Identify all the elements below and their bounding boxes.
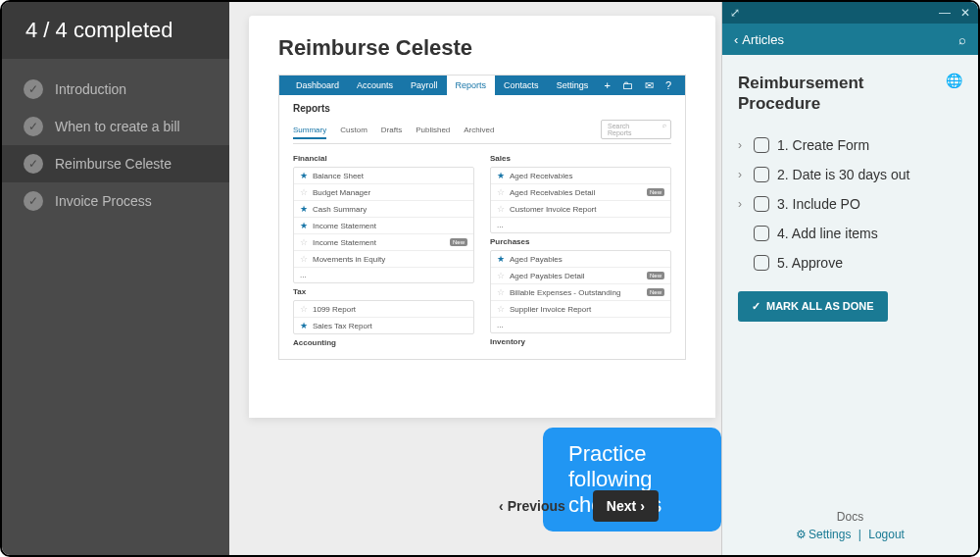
close-icon[interactable]: ✕: [960, 6, 970, 20]
embed-nav-dashboard[interactable]: Dashboard: [287, 76, 348, 95]
chevron-right-icon: ›: [738, 138, 746, 152]
embed-nav-payroll[interactable]: Payroll: [402, 76, 447, 95]
lesson-title: Reimburse Celeste: [278, 35, 686, 61]
purchases-list: ★Aged Payables ☆Aged Payables DetailNew …: [490, 250, 671, 333]
chevron-right-icon: ›: [738, 197, 746, 211]
checklist-item[interactable]: › 2. Date is 30 days out: [738, 160, 962, 189]
embed-nav-settings[interactable]: Settings: [548, 76, 598, 95]
star-icon: ☆: [300, 187, 308, 197]
new-badge: New: [450, 238, 467, 246]
check-icon: ✓: [24, 154, 43, 174]
checklist-item[interactable]: › 3. Include PO: [738, 189, 962, 219]
list-item[interactable]: ★Aged Receivables: [491, 168, 670, 184]
list-item[interactable]: ☆Billable Expenses - OutstandingNew: [491, 284, 670, 301]
checklist-item[interactable]: › 5. Approve: [738, 248, 962, 278]
section-sales: Sales: [490, 154, 671, 163]
checklist-item[interactable]: › 4. Add line items: [738, 219, 962, 248]
sidebar-item-introduction[interactable]: ✓ Introduction: [2, 71, 229, 108]
embed-tab-archived[interactable]: Archived: [464, 126, 494, 134]
list-item[interactable]: ...: [294, 268, 473, 282]
check-icon: ✓: [24, 79, 43, 99]
list-item[interactable]: ☆Customer Invoice Report: [491, 201, 670, 218]
embed-heading: Reports: [293, 103, 671, 114]
main-content: Reimburse Celeste Dashboard Accounts Pay…: [229, 2, 721, 555]
new-badge: New: [647, 272, 664, 279]
financial-list: ★Balance Sheet ☆Budget Manager ★Cash Sum…: [293, 167, 474, 283]
list-item[interactable]: ★Sales Tax Report: [294, 318, 473, 333]
star-icon: ★: [497, 254, 505, 264]
footer-settings-link[interactable]: Settings: [808, 528, 851, 541]
checkbox[interactable]: [754, 196, 769, 212]
sidebar-item-when-to-create-bill[interactable]: ✓ When to create a bill: [2, 108, 229, 145]
check-icon: ✓: [24, 191, 43, 211]
sidebar-item-invoice-process[interactable]: ✓ Invoice Process: [2, 182, 229, 220]
sidebar-item-label: Invoice Process: [55, 193, 152, 209]
list-item[interactable]: ☆Aged Payables DetailNew: [491, 268, 670, 284]
lesson-nav: ‹ Previous Next ›: [485, 490, 659, 522]
embed-nav-contacts[interactable]: Contacts: [495, 76, 548, 95]
list-item[interactable]: ★Cash Summary: [294, 201, 473, 218]
mark-all-done-button[interactable]: ✓ MARK ALL AS DONE: [738, 291, 888, 322]
list-item[interactable]: ☆Supplier Invoice Report: [491, 301, 670, 318]
list-item[interactable]: ☆Aged Receivables DetailNew: [491, 184, 670, 201]
tax-list: ☆1099 Report ★Sales Tax Report: [293, 300, 474, 334]
checklist-item[interactable]: › 1. Create Form: [738, 130, 962, 160]
checklist-label: 3. Include PO: [777, 196, 860, 212]
help-icon[interactable]: ?: [660, 79, 677, 91]
list-item[interactable]: ☆1099 Report: [294, 301, 473, 318]
checklist-label: 4. Add line items: [777, 226, 878, 241]
footer-logout-link[interactable]: Logout: [868, 528, 905, 541]
folder-icon[interactable]: 🗀: [616, 79, 639, 91]
embedded-app-screenshot: Dashboard Accounts Payroll Reports Conta…: [278, 75, 686, 360]
embed-tab-summary[interactable]: Summary: [293, 126, 326, 139]
check-icon: ✓: [752, 300, 760, 313]
sidebar-item-label: When to create a bill: [55, 119, 180, 134]
list-item[interactable]: ★Income Statement: [294, 218, 473, 234]
embed-tabs: Summary Custom Drafts Published Archived…: [293, 120, 671, 144]
next-button[interactable]: Next ›: [593, 490, 659, 522]
minimize-icon[interactable]: —: [939, 6, 951, 20]
star-icon: ☆: [300, 304, 308, 314]
embed-search-input[interactable]: Search Reports: [601, 120, 671, 139]
checkbox[interactable]: [754, 167, 769, 182]
list-item[interactable]: ★Aged Payables: [491, 251, 670, 268]
section-accounting: Accounting: [293, 338, 474, 347]
list-item[interactable]: ★Balance Sheet: [294, 168, 473, 184]
embed-tab-custom[interactable]: Custom: [340, 126, 368, 134]
plus-icon[interactable]: +: [598, 79, 615, 91]
chevron-left-icon: ‹: [734, 32, 738, 47]
mail-icon[interactable]: ✉: [639, 79, 660, 92]
globe-icon[interactable]: 🌐: [946, 73, 962, 88]
embed-tab-drafts[interactable]: Drafts: [381, 126, 402, 134]
checklist-label: 5. Approve: [777, 255, 843, 271]
previous-button[interactable]: ‹ Previous: [485, 490, 579, 522]
embed-tab-published[interactable]: Published: [416, 126, 450, 134]
expand-icon[interactable]: ⤢: [730, 6, 740, 20]
gear-icon: ⚙: [796, 528, 807, 541]
help-footer: Docs ⚙Settings | Logout: [722, 500, 978, 555]
section-purchases: Purchases: [490, 237, 671, 246]
embed-top-nav: Dashboard Accounts Payroll Reports Conta…: [279, 76, 685, 95]
list-item[interactable]: ☆Budget Manager: [294, 184, 473, 201]
new-badge: New: [647, 188, 664, 196]
footer-docs[interactable]: Docs: [722, 510, 978, 524]
star-icon: ☆: [497, 271, 505, 280]
chevron-left-icon: ‹: [499, 498, 504, 514]
list-item[interactable]: ...: [491, 218, 670, 232]
checkbox[interactable]: [754, 226, 769, 241]
list-item[interactable]: ☆Income StatementNew: [294, 234, 473, 251]
checklist-label: 1. Create Form: [777, 137, 869, 153]
search-icon[interactable]: ⌕: [958, 32, 966, 47]
sidebar-item-reimburse-celeste[interactable]: ✓ Reimburse Celeste: [2, 145, 229, 182]
star-icon: ★: [300, 321, 308, 330]
embed-nav-reports[interactable]: Reports: [447, 76, 496, 95]
back-to-articles[interactable]: ‹ Articles: [734, 32, 784, 47]
checkbox[interactable]: [754, 255, 769, 271]
list-item[interactable]: ☆Movements in Equity: [294, 251, 473, 268]
embed-nav-accounts[interactable]: Accounts: [348, 76, 402, 95]
list-item[interactable]: ...: [491, 318, 670, 332]
lesson-card: Reimburse Celeste Dashboard Accounts Pay…: [249, 16, 715, 418]
section-tax: Tax: [293, 287, 474, 296]
new-badge: New: [647, 288, 664, 296]
checkbox[interactable]: [754, 137, 769, 153]
